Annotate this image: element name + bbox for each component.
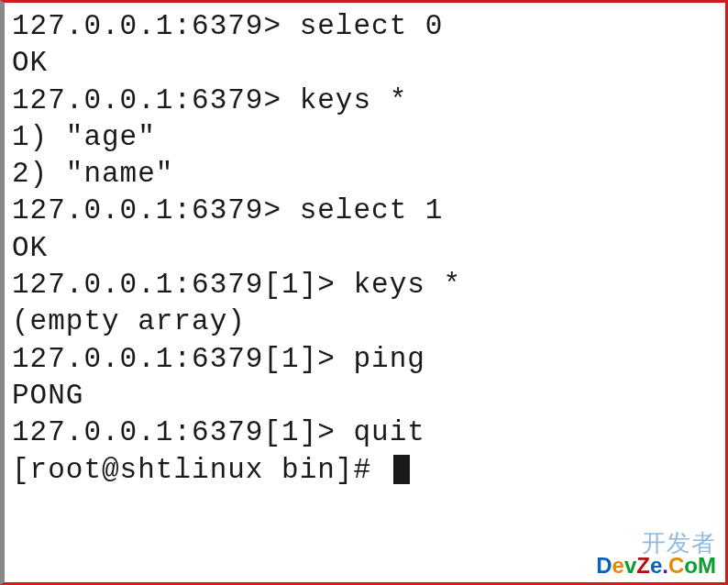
watermark: 开发者 DevZe.CoM <box>596 531 716 577</box>
watermark-text-en: DevZe.CoM <box>596 555 716 577</box>
cursor-icon <box>393 455 410 484</box>
terminal-line: OK <box>12 230 718 267</box>
terminal-line: OK <box>12 45 718 82</box>
terminal-line: 127.0.0.1:6379> select 0 <box>12 8 718 45</box>
terminal-line: PONG <box>12 378 718 414</box>
terminal-line: (empty array) <box>12 304 718 340</box>
terminal-line: 2) "name" <box>12 156 718 193</box>
terminal-line: 127.0.0.1:6379[1]> keys * <box>12 267 718 304</box>
terminal-line: 1) "age" <box>12 119 718 156</box>
terminal-line: 127.0.0.1:6379[1]> ping <box>12 341 718 378</box>
terminal-line: 127.0.0.1:6379> keys * <box>12 83 718 119</box>
shell-prompt: [root@shtlinux bin]# <box>12 454 390 486</box>
terminal-line: 127.0.0.1:6379[1]> quit <box>12 414 718 451</box>
terminal-prompt-line[interactable]: [root@shtlinux bin]# <box>12 452 718 489</box>
watermark-text-cn: 开发者 <box>596 531 716 555</box>
terminal-window[interactable]: 127.0.0.1:6379> select 0 OK 127.0.0.1:63… <box>0 0 728 585</box>
terminal-line: 127.0.0.1:6379> select 1 <box>12 193 718 229</box>
